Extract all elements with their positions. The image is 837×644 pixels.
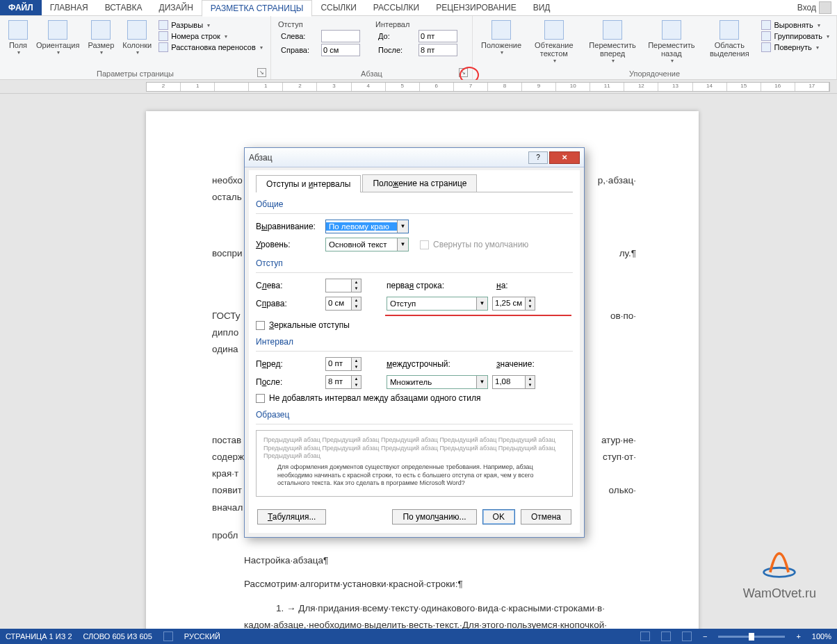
hyphenation-icon (159, 42, 168, 52)
paragraph-launcher[interactable]: ↘ (459, 68, 468, 77)
ok-button[interactable]: OK (482, 509, 515, 525)
backward-icon (662, 20, 681, 40)
tab-insert[interactable]: ВСТАВКА (97, 0, 151, 15)
first-line-by-spin[interactable]: 1,25 см▲▼ (492, 297, 535, 311)
spacing-after-input[interactable] (418, 44, 457, 56)
wrap-button[interactable]: Обтекание текстом (526, 19, 582, 65)
forward-icon (603, 20, 622, 40)
ribbon: Поля Ориентация Размер Колонки Разрывы Н… (0, 16, 837, 80)
group-label-paragraph: Абзац (361, 69, 382, 78)
indent-left-spin[interactable]: ▲▼ (325, 279, 361, 292)
line-numbers-icon (159, 31, 168, 41)
indent-right-spin[interactable]: 0 см▲▼ (325, 297, 361, 311)
margins-button[interactable]: Поля (4, 19, 32, 57)
help-button[interactable]: ? (528, 151, 548, 164)
preview-box: Предыдущий абзац Предыдущий абзац Предыд… (256, 430, 573, 497)
tab-view[interactable]: ВИД (525, 0, 559, 15)
login[interactable]: Вход (792, 1, 837, 14)
paragraph-dialog: Абзац ? ✕ Отступы и интервалы Положение … (244, 147, 585, 538)
alignment-combo[interactable]: По левому краю▼ (325, 220, 409, 233)
status-page[interactable]: СТРАНИЦА 1 ИЗ 2 (6, 632, 72, 641)
breaks-icon (159, 20, 168, 30)
close-button[interactable]: ✕ (549, 151, 580, 164)
position-icon (491, 20, 511, 40)
highlight-underline (385, 315, 571, 316)
dialog-title: Абзац (249, 153, 527, 163)
align-icon (761, 20, 771, 30)
legend-indent: Отступ (256, 258, 573, 273)
zoom-in[interactable]: + (796, 632, 800, 641)
status-language[interactable]: РУССКИЙ (184, 632, 220, 641)
group-icon (761, 31, 771, 41)
indent-left-input[interactable] (321, 30, 360, 42)
proofing-icon[interactable] (163, 631, 173, 641)
zoom-slider[interactable] (718, 636, 785, 638)
status-bar: СТРАНИЦА 1 ИЗ 2 СЛОВО 605 ИЗ 605 РУССКИЙ… (0, 629, 837, 644)
indent-title: Отступ (278, 20, 360, 28)
legend-sample: Образец (256, 410, 573, 424)
tab-links[interactable]: ССЫЛКИ (312, 0, 364, 15)
tab-page-layout[interactable]: РАЗМЕТКА СТРАНИЦЫ (202, 0, 313, 17)
columns-button[interactable]: Колонки (118, 19, 156, 57)
ribbon-tabs: ФАЙЛ ГЛАВНАЯ ВСТАВКА ДИЗАЙН РАЗМЕТКА СТР… (0, 0, 837, 16)
send-backward-button[interactable]: Переместить назад (643, 19, 700, 65)
level-combo[interactable]: Основной текст▼ (325, 238, 409, 251)
space-after-spin[interactable]: 8 пт▲▼ (325, 375, 361, 389)
dialog-titlebar[interactable]: Абзац ? ✕ (245, 148, 584, 167)
cancel-button[interactable]: Отмена (521, 509, 571, 525)
size-button[interactable]: Размер (83, 19, 118, 57)
orientation-icon (48, 20, 67, 40)
dialog-tab-indents[interactable]: Отступы и интервалы (256, 175, 361, 192)
web-layout-icon[interactable] (682, 631, 692, 641)
align-button[interactable]: Выровнять (761, 20, 829, 30)
rotate-icon (761, 42, 771, 52)
size-icon (91, 20, 111, 40)
group-label-page-setup: Параметры страницы (97, 69, 174, 78)
print-layout-icon[interactable] (661, 631, 671, 641)
tab-review[interactable]: РЕЦЕНЗИРОВАНИЕ (428, 0, 524, 15)
tab-mailings[interactable]: РАССЫЛКИ (365, 0, 428, 15)
indent-right-input[interactable] (321, 44, 360, 56)
legend-general: Общие (256, 199, 573, 214)
tab-design[interactable]: ДИЗАЙН (151, 0, 202, 15)
dialog-tab-position[interactable]: Положение на странице (362, 174, 477, 192)
horizontal-ruler[interactable]: 211234567891011121314151617 (146, 82, 830, 92)
columns-icon (127, 20, 147, 40)
interval-title: Интервал (375, 20, 457, 28)
rotate-button[interactable]: Повернуть (761, 42, 829, 52)
group-label-arrange: Упорядочение (629, 69, 680, 78)
line-numbers-button[interactable]: Номера строк (159, 31, 262, 41)
ruler-area: 211234567891011121314151617 (0, 80, 837, 94)
selection-icon (720, 20, 739, 40)
tab-home[interactable]: ГЛАВНАЯ (42, 0, 97, 15)
page-setup-launcher[interactable]: ↘ (257, 68, 266, 77)
user-icon (819, 1, 831, 14)
collapsed-checkbox (420, 240, 429, 249)
zoom-out[interactable]: − (703, 632, 707, 641)
read-mode-icon[interactable] (640, 631, 650, 641)
watermark: WamOtvet.ru (743, 541, 816, 601)
status-words[interactable]: СЛОВО 605 ИЗ 605 (83, 632, 152, 641)
space-before-spin[interactable]: 0 пт▲▼ (325, 357, 361, 371)
no-space-checkbox[interactable] (256, 394, 265, 403)
spacing-before-input[interactable] (418, 30, 457, 42)
tab-file[interactable]: ФАЙЛ (0, 0, 42, 15)
orientation-button[interactable]: Ориентация (32, 19, 83, 57)
first-line-combo[interactable]: Отступ▼ (387, 297, 488, 311)
tabs-button[interactable]: Табуляция... (257, 509, 326, 525)
mirror-indents-checkbox[interactable] (256, 321, 265, 330)
margins-icon (8, 20, 28, 40)
legend-interval: Интервал (256, 337, 573, 352)
line-spacing-value-spin[interactable]: 1,08▲▼ (492, 375, 535, 389)
wrap-icon (544, 20, 564, 40)
selection-pane-button[interactable]: Область выделения (700, 19, 758, 59)
position-button[interactable]: Положение (477, 19, 526, 57)
zoom-level[interactable]: 100% (812, 632, 831, 641)
breaks-button[interactable]: Разрывы (159, 20, 262, 30)
svg-point-0 (764, 568, 795, 577)
line-spacing-combo[interactable]: Множитель▼ (387, 375, 488, 389)
hyphenation-button[interactable]: Расстановка переносов (159, 42, 262, 52)
bring-forward-button[interactable]: Переместить вперед (582, 19, 642, 65)
group-button[interactable]: Группировать (761, 31, 829, 41)
set-default-button[interactable]: По умолчанию... (392, 509, 476, 525)
